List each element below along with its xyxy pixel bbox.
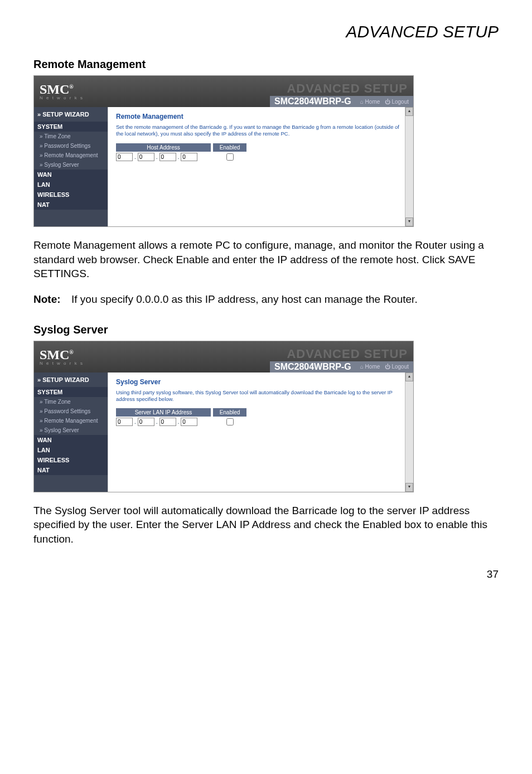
ip-octet-3[interactable] [159, 153, 176, 161]
home-icon: ⌂ [360, 364, 364, 370]
nav-remote[interactable]: » Remote Management [34, 151, 108, 160]
home-link[interactable]: Home [365, 364, 380, 370]
ip-octet-1[interactable] [116, 418, 133, 426]
ip-octet-2[interactable] [138, 418, 154, 426]
remote-management-paragraph: Remote Management allows a remote PC to … [33, 238, 499, 281]
screenshot-remote-management: SMC® N e t w o r k s ADVANCED SETUP SMC2… [33, 75, 414, 227]
nav-system[interactable]: SYSTEM [34, 122, 108, 132]
heading-syslog-server: Syslog Server [33, 323, 499, 336]
page-number: 37 [33, 568, 499, 580]
server-ip-header: Server LAN IP Address [116, 408, 211, 417]
home-icon: ⌂ [360, 99, 364, 105]
ip-octet-3[interactable] [159, 418, 176, 426]
logo-sub: N e t w o r k s [40, 361, 84, 366]
scroll-down-icon[interactable]: ▾ [405, 217, 413, 226]
nav-syslog[interactable]: » Syslog Server [34, 160, 108, 170]
ip-octet-4[interactable] [181, 418, 197, 426]
logo-text: SMC [40, 347, 69, 362]
scroll-up-icon[interactable]: ▴ [405, 107, 413, 116]
logo: SMC® N e t w o r k s [34, 83, 84, 100]
home-link[interactable]: Home [365, 99, 380, 105]
nav-wan[interactable]: WAN [34, 170, 108, 180]
ip-octet-1[interactable] [116, 153, 133, 161]
enabled-checkbox[interactable] [226, 418, 234, 425]
enabled-checkbox[interactable] [226, 153, 234, 161]
nav-nat[interactable]: NAT [34, 200, 108, 210]
nav-remote[interactable]: » Remote Management [34, 416, 108, 425]
heading-remote-management: Remote Management [33, 58, 499, 71]
model-label: SMC2804WBRP-G [270, 96, 356, 107]
page-title: ADVANCED SETUP [33, 22, 499, 41]
host-address-header: Host Address [116, 143, 211, 152]
scroll-up-icon[interactable]: ▴ [405, 373, 413, 381]
nav-nat[interactable]: NAT [34, 465, 108, 475]
logo: SMC® N e t w o r k s [34, 348, 84, 366]
scrollbar[interactable]: ▴ ▾ [405, 373, 413, 492]
panel-desc: Set the remote management of the Barrica… [116, 124, 405, 138]
nav-password[interactable]: » Password Settings [34, 141, 108, 151]
model-label: SMC2804WBRP-G [270, 362, 356, 372]
nav-setup-wizard[interactable]: » SETUP WIZARD [34, 373, 108, 387]
logout-link[interactable]: Logout [391, 99, 409, 105]
panel-desc: Using third party syslog software, this … [116, 389, 405, 403]
logout-link[interactable]: Logout [391, 364, 409, 370]
logout-icon: ⏻ [385, 99, 390, 105]
panel-title: Syslog Server [116, 378, 405, 386]
ghost-title: ADVANCED SETUP [287, 348, 413, 360]
scrollbar[interactable]: ▴ ▾ [405, 107, 413, 226]
logout-icon: ⏻ [385, 364, 390, 370]
logo-sub: N e t w o r k s [40, 96, 84, 100]
scroll-down-icon[interactable]: ▾ [405, 483, 413, 492]
ip-octet-4[interactable] [181, 153, 197, 161]
note-label: Note: [33, 292, 71, 307]
enabled-header: Enabled [213, 408, 246, 417]
nav-wireless[interactable]: WIRELESS [34, 455, 108, 465]
nav-sidebar: » SETUP WIZARD SYSTEM » Time Zone » Pass… [34, 107, 108, 226]
nav-time-zone[interactable]: » Time Zone [34, 132, 108, 141]
panel-title: Remote Management [116, 113, 405, 120]
nav-lan[interactable]: LAN [34, 180, 108, 190]
nav-wan[interactable]: WAN [34, 435, 108, 445]
ghost-title: ADVANCED SETUP [287, 83, 413, 95]
syslog-paragraph: The Syslog Server tool will automaticall… [33, 504, 499, 546]
nav-system[interactable]: SYSTEM [34, 387, 108, 397]
logo-text: SMC [40, 82, 69, 96]
note-text: If you specify 0.0.0.0 as this IP addres… [71, 292, 418, 307]
nav-setup-wizard[interactable]: » SETUP WIZARD [34, 107, 108, 122]
nav-lan[interactable]: LAN [34, 445, 108, 455]
nav-sidebar: » SETUP WIZARD SYSTEM » Time Zone » Pass… [34, 373, 108, 492]
nav-password[interactable]: » Password Settings [34, 407, 108, 416]
screenshot-syslog-server: SMC® N e t w o r k s ADVANCED SETUP SMC2… [33, 341, 414, 492]
ip-octet-2[interactable] [138, 153, 154, 161]
nav-time-zone[interactable]: » Time Zone [34, 397, 108, 407]
nav-wireless[interactable]: WIRELESS [34, 190, 108, 200]
enabled-header: Enabled [213, 143, 246, 152]
nav-syslog[interactable]: » Syslog Server [34, 425, 108, 435]
